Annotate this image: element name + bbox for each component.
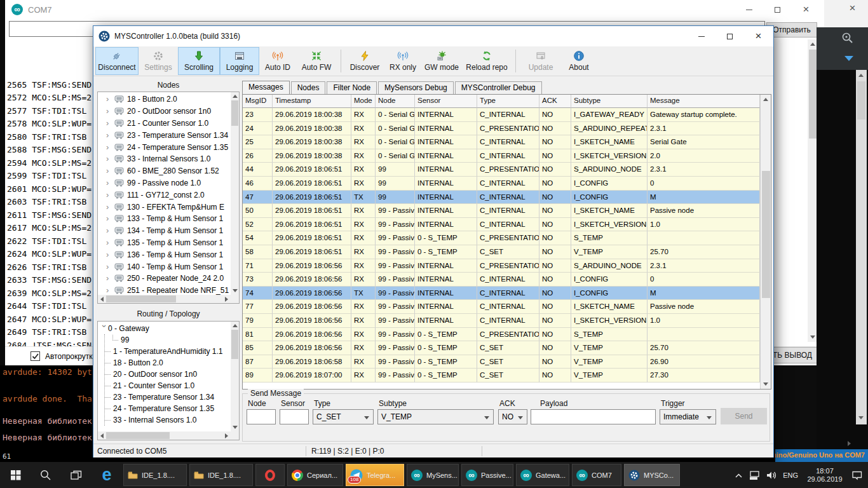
tree-item[interactable]: › 130 - EFEKTA Temp&Hum E: [98, 201, 231, 213]
tab[interactable]: Filter Node: [327, 81, 377, 94]
collapse-icon[interactable]: ›: [101, 325, 107, 332]
auto-fw-button[interactable]: Auto FW: [296, 47, 337, 75]
table-row[interactable]: 26 29.06.2019 18:00:38 RX 0 - Serial G I…: [243, 149, 760, 163]
table-row[interactable]: 47 29.06.2019 18:06:51 TX 99 INTERNAL C_…: [243, 191, 760, 205]
telegram-task-button[interactable]: 108 Telegra...: [346, 464, 404, 486]
subtype-select[interactable]: V_TEMP: [377, 409, 494, 424]
tree-item[interactable]: › 60 - BME_280 Sensor 1.52: [98, 165, 231, 177]
type-select[interactable]: C_SET: [313, 409, 374, 424]
table-row[interactable]: 74 29.06.2019 18:06:56 TX 99 - Passive I…: [243, 287, 760, 301]
expand-icon[interactable]: ›: [106, 168, 112, 174]
expand-icon[interactable]: ›: [106, 96, 112, 102]
table-row[interactable]: 50 29.06.2019 18:06:51 RX 99 - Passive I…: [243, 204, 760, 218]
expand-icon[interactable]: ›: [106, 204, 112, 210]
arduino-task-button[interactable]: ∞ COM7: [572, 464, 621, 486]
table-row[interactable]: 73 29.06.2019 18:06:56 RX 99 - Passive I…: [243, 273, 760, 287]
column-header[interactable]: Subtype: [571, 95, 648, 108]
nodes-tree-vscrollbar[interactable]: [231, 92, 239, 295]
mysc-task-button[interactable]: MYSCo...: [624, 464, 680, 486]
clock[interactable]: 18:07 29.06.2019: [804, 467, 846, 484]
column-header[interactable]: Sensor: [415, 95, 477, 108]
update-button[interactable]: Update: [520, 47, 562, 75]
language-indicator[interactable]: ENG: [783, 471, 798, 479]
table-row[interactable]: 24 29.06.2019 18:00:38 RX 0 - Serial G I…: [243, 122, 760, 136]
table-row[interactable]: 77 29.06.2019 18:06:56 RX 99 - Passive I…: [243, 300, 760, 314]
ide-scrollbar[interactable]: [856, 70, 867, 424]
expand-icon[interactable]: ›: [106, 180, 112, 186]
send-button[interactable]: Send: [721, 408, 767, 424]
close-icon[interactable]: ×: [792, 0, 820, 19]
rx-only-button[interactable]: RX only: [384, 47, 421, 75]
tree-item[interactable]: 33 - Internal Sensors 1.0: [105, 414, 231, 426]
tree-item[interactable]: › 135 - Temp & Hum Sensor 1: [98, 237, 231, 249]
column-header[interactable]: Node: [376, 95, 415, 108]
table-row[interactable]: 44 29.06.2019 18:06:51 RX 99 INTERNAL C_…: [243, 163, 760, 177]
tree-item-gateway[interactable]: › 0 - Gateway: [100, 323, 231, 334]
table-row[interactable]: 87 29.06.2019 18:06:58 RX 99 - Passive 0…: [243, 355, 760, 369]
table-row[interactable]: 81 29.06.2019 18:06:56 RX 99 - Passive 0…: [243, 328, 760, 342]
expand-icon[interactable]: ›: [106, 240, 112, 246]
payload-field[interactable]: [531, 409, 656, 424]
column-header[interactable]: MsgID: [243, 95, 273, 108]
tree-item[interactable]: › 140 - Temp & Hum Sensor 1: [98, 261, 231, 273]
expand-icon[interactable]: ›: [106, 275, 112, 281]
minimize-button[interactable]: [687, 26, 715, 46]
expand-icon[interactable]: ›: [106, 120, 112, 126]
gw-mode-button[interactable]: GW mode: [421, 47, 462, 75]
arduino-task-button[interactable]: ∞ MySens...: [407, 464, 459, 486]
column-header[interactable]: ACK: [539, 95, 571, 108]
opera-button[interactable]: [255, 464, 285, 486]
discover-button[interactable]: Discover: [345, 47, 384, 75]
tab[interactable]: Messages: [242, 81, 290, 95]
table-scrollbar[interactable]: [760, 95, 771, 389]
tree-item[interactable]: › 133 - Temp & Hum Sensor 1: [98, 213, 231, 225]
start-button[interactable]: [0, 462, 31, 488]
trigger-select[interactable]: Immediate: [660, 409, 716, 424]
tab[interactable]: Nodes: [291, 81, 326, 94]
network-icon[interactable]: [749, 470, 761, 480]
ide-hscroll-arrow[interactable]: [848, 441, 851, 446]
tree-item[interactable]: › 20 - OutDoor sensor 1n0: [98, 105, 231, 118]
expand-icon[interactable]: ›: [106, 215, 112, 222]
tree-item[interactable]: › 134 - Temp & Hum Sensor 1: [98, 225, 231, 237]
sensor-field[interactable]: [280, 409, 309, 424]
table-row[interactable]: 25 29.06.2019 18:00:38 RX 0 - Serial G I…: [243, 135, 760, 149]
notification-icon[interactable]: [851, 470, 863, 480]
nodes-tree-hscrollbar[interactable]: [98, 295, 231, 303]
reload-repo-button[interactable]: Reload repo: [462, 47, 512, 75]
board-dropdown-icon[interactable]: [844, 56, 853, 61]
column-header[interactable]: Mode: [351, 95, 376, 108]
disconnect-button[interactable]: Disconnect: [95, 47, 139, 75]
search-button[interactable]: [31, 462, 61, 488]
tree-item[interactable]: 24 - Temperature Sensor 1.35: [105, 403, 231, 414]
ack-select[interactable]: NO: [498, 409, 527, 424]
tab[interactable]: MySensors Debug: [378, 81, 454, 94]
expand-icon[interactable]: ›: [106, 132, 112, 139]
routing-tree-hscrollbar[interactable]: [98, 431, 231, 440]
expand-icon[interactable]: ›: [106, 108, 112, 114]
table-row[interactable]: 52 29.06.2019 18:06:51 RX 99 - Passive I…: [243, 218, 760, 232]
minimize-button[interactable]: [735, 0, 763, 19]
expand-icon[interactable]: ›: [106, 156, 112, 162]
tree-item[interactable]: 23 - Temperature Sensor 1.34: [105, 391, 231, 403]
maximize-button[interactable]: [763, 0, 792, 19]
node-field[interactable]: [247, 409, 276, 424]
tree-item[interactable]: › 33 - Internal Sensors 1.0: [98, 153, 231, 165]
column-header[interactable]: Message: [648, 95, 760, 108]
tree-item[interactable]: › 18 - Button 2.0: [98, 93, 231, 105]
column-header[interactable]: Timestamp: [273, 95, 351, 108]
tree-item-child[interactable]: 99: [105, 334, 231, 346]
logging-button[interactable]: Logging: [220, 47, 259, 75]
tree-item[interactable]: › 111 - GY712_const 2.0: [98, 189, 231, 201]
expand-icon[interactable]: ›: [106, 252, 112, 258]
speaker-icon[interactable]: [766, 470, 777, 480]
tree-item[interactable]: › 250 - Repeater Node_24 2.0: [98, 273, 231, 285]
expand-icon[interactable]: ›: [106, 264, 112, 270]
maximize-button[interactable]: [715, 26, 744, 46]
expand-icon[interactable]: ›: [106, 227, 112, 234]
tab[interactable]: MYSController Debug: [455, 81, 542, 94]
table-row[interactable]: 23 29.06.2019 18:00:38 RX 0 - Serial G I…: [243, 108, 760, 122]
table-row[interactable]: 79 29.06.2019 18:06:56 RX 99 - Passive I…: [243, 314, 760, 328]
serial-monitor-magnifier-icon[interactable]: [841, 31, 855, 45]
scrolling-button[interactable]: Scrolling: [178, 47, 220, 75]
